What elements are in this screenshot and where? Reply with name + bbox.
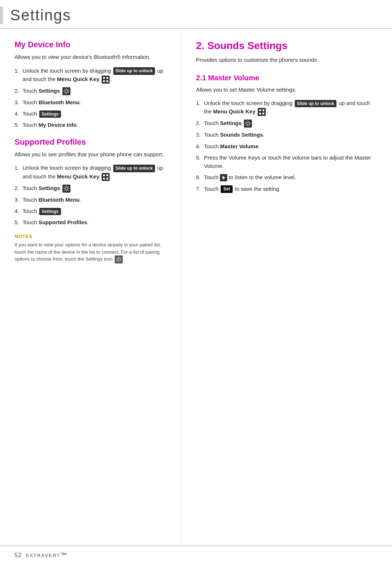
step-number: 2. [196,119,204,127]
settings-label: Settings [38,185,60,191]
sounds-settings-heading: 2. Sounds Settings [196,40,377,52]
master-volume-label: Master Volume [220,143,258,149]
list-item: 3. Touch Bluetooth Menu. [15,196,170,204]
brand-name: Extravert™ [26,551,68,559]
step-number: 7. [196,185,204,193]
master-volume-desc: Allows you to set Master Volume settings… [196,86,377,94]
footer-text: 52 Extravert™ [15,551,68,559]
menu-quick-key-label: Menu Quick Key [57,76,99,82]
page-number: 52 [15,552,22,558]
step-number: 6. [196,173,204,181]
svg-rect-11 [106,178,108,180]
master-volume-section: 2.1 Master Volume Allows you to set Mast… [196,74,377,193]
step-content: Touch Settings . [204,119,377,128]
grid-icon [102,76,110,84]
step-content: Touch Settings . [23,184,170,193]
right-column: 2. Sounds Settings Provides options to c… [181,29,392,545]
step-content: Touch Settings. [23,207,170,215]
svg-rect-19 [259,113,261,114]
svg-rect-7 [102,173,110,181]
list-item: 3. Touch Bluetooth Menu. [15,98,170,106]
svg-rect-18 [262,109,264,111]
list-item: 4. Touch Settings. [15,109,170,118]
step-number: 3. [15,98,23,106]
sounds-settings-label: Sounds Settings [220,132,263,138]
svg-rect-9 [106,174,108,176]
svg-rect-17 [259,109,261,111]
svg-rect-1 [103,77,105,79]
step-content: Touch Bluetooth Menu. [23,98,170,106]
step-number: 1. [196,99,204,107]
supported-profiles-heading: Supported Profiles [15,137,170,147]
my-device-info-heading: My Device Info [15,40,170,49]
settings-badge: Settings [39,110,61,118]
step-content: Press the Volume Keys or touch the volum… [204,153,377,170]
my-device-info-desc: Allows you to view your device's Bluetoo… [15,53,170,61]
step-content: Touch Bluetooth Menu. [23,196,170,204]
slide-unlock-badge: Slide up to unlock [113,165,155,172]
my-device-info-section: My Device Info Allows you to view your d… [15,40,170,129]
step-content: Touch My Device Info. [23,121,170,129]
master-volume-heading: 2.1 Master Volume [196,74,377,82]
bluetooth-menu-label: Bluetooth Menu [38,197,79,203]
page: Settings My Device Info Allows you to vi… [0,0,392,564]
svg-rect-16 [258,108,266,116]
list-item: 3. Touch Sounds Settings. [196,130,377,139]
step-content: Touch Master Volume. [204,142,377,150]
settings-badge: Settings [39,208,61,215]
list-item: 1. Unlock the touch screen by dragging S… [15,67,170,84]
list-item: 5. Touch My Device Info. [15,121,170,129]
settings-label: Settings [38,88,60,94]
step-content: Unlock the touch screen by dragging Slid… [204,99,377,116]
set-badge: Set [221,185,233,193]
step-content: Touch to listen to the volume level. [204,173,377,181]
menu-quick-key-label: Menu Quick Key [57,173,99,180]
my-device-info-steps: 1. Unlock the touch screen by dragging S… [15,67,170,129]
list-item: 5. Press the Volume Keys or touch the vo… [196,153,377,170]
gear-icon-inline [115,255,123,263]
supported-profiles-steps: 1. Unlock the touch screen by dragging S… [15,164,170,226]
step-number: 5. [196,153,204,162]
step-number: 5. [15,218,23,226]
step-number: 1. [15,164,23,172]
svg-rect-10 [103,178,105,180]
list-item: 5. Touch Supported Profiles. [15,218,170,226]
step-content: Touch Sounds Settings. [204,130,377,139]
title-bar: Settings [0,0,392,29]
svg-rect-0 [102,76,110,84]
notes-section: NOTES If you want to view your options f… [15,234,170,263]
svg-rect-3 [103,80,105,82]
title-accent [0,7,3,24]
svg-rect-8 [103,174,105,176]
step-number: 3. [196,130,204,139]
master-volume-steps: 1. Unlock the touch screen by dragging S… [196,99,377,193]
step-number: 2. [15,184,23,192]
bluetooth-menu-label: Bluetooth Menu [38,99,79,105]
list-item: 7. Touch Set to save the setting. [196,185,377,193]
gear-icon [62,185,70,193]
play-icon [220,174,227,181]
step-content: Touch Set to save the setting. [204,185,377,193]
my-device-info-label: My Device Info [38,122,77,128]
step-number: 4. [15,109,23,118]
svg-rect-20 [262,113,264,114]
step-number: 4. [196,142,204,150]
step-content: Touch Supported Profiles. [23,218,170,226]
gear-icon [244,120,252,128]
supported-profiles-desc: Allows you to see profiles that your pho… [15,150,170,159]
step-number: 1. [15,67,23,75]
step-number: 3. [15,196,23,204]
list-item: 2. Touch Settings . [15,86,170,95]
settings-label: Settings [220,120,241,126]
list-item: 4. Touch Settings. [15,207,170,215]
slide-unlock-badge: Slide up to unlock [113,67,155,75]
step-content: Touch Settings. [23,109,170,118]
step-content: Touch Settings . [23,86,170,95]
notes-label: NOTES [15,234,170,239]
step-number: 4. [15,207,23,215]
step-content: Unlock the touch screen by dragging Slid… [23,67,170,84]
notes-text: If you want to view your options for a d… [15,241,170,263]
list-item: 4. Touch Master Volume. [196,142,377,150]
content-columns: My Device Info Allows you to view your d… [0,29,392,545]
gear-icon [62,87,70,95]
